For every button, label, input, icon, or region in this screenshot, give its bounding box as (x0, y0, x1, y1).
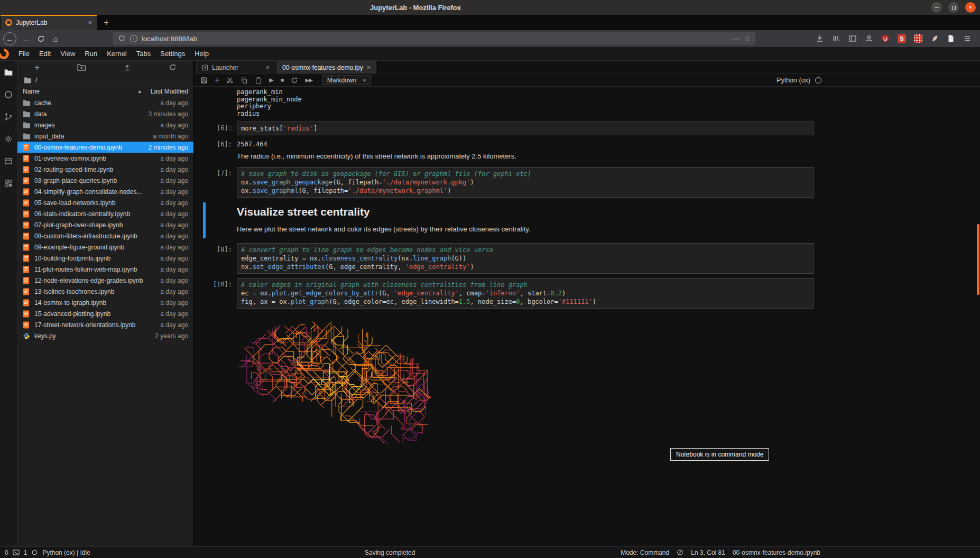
code-cell-editor[interactable]: # save graph to disk as geopackage (for … (237, 167, 813, 198)
file-row[interactable]: 14-osmnx-to-igraph.ipynba day ago (17, 297, 193, 308)
new-tab-button[interactable]: + (97, 15, 116, 30)
tab-close-icon[interactable]: × (367, 63, 371, 71)
file-row[interactable]: 17-street-network-orientations.ipynba da… (17, 319, 193, 330)
file-row[interactable]: 10-building-footprints.ipynba day ago (17, 253, 193, 264)
file-row[interactable]: keys.py2 years ago (17, 330, 193, 341)
git-tab[interactable] (2, 110, 15, 123)
site-info-icon[interactable]: i (130, 35, 137, 42)
tab-close-icon[interactable]: × (88, 18, 92, 26)
insert-cell-button[interactable]: + (215, 76, 219, 85)
tab-close-icon[interactable]: × (265, 63, 270, 71)
kernel-indicator[interactable]: Python (ox) (776, 74, 821, 86)
file-row[interactable]: data3 minutes ago (17, 108, 193, 119)
file-row[interactable]: 09-example-figure-ground.ipynba day ago (17, 241, 193, 253)
minimize-button[interactable]: – (931, 2, 942, 13)
bookmark-star-icon[interactable]: ☆ (744, 34, 751, 43)
file-row[interactable]: 00-osmnx-features-demo.ipynb2 minutes ag… (17, 142, 193, 153)
file-row[interactable]: 03-graph-place-queries.ipynba day ago (17, 175, 193, 186)
notebook-icon (23, 321, 31, 329)
code-cell-editor[interactable]: more_stats['radius'] (237, 122, 813, 135)
sidebars-icon[interactable] (848, 34, 857, 43)
restart-run-all-button[interactable]: ▶▶ (305, 78, 312, 83)
file-row[interactable]: 12-node-elevations-edge-grades.ipynba da… (17, 275, 193, 286)
menu-settings[interactable]: Settings (155, 47, 190, 60)
feather-extension-icon[interactable] (930, 34, 939, 43)
extensions-tab[interactable] (2, 177, 15, 190)
stop-button[interactable]: ■ (281, 77, 284, 83)
scrollbar-thumb[interactable] (977, 224, 979, 295)
menu-file[interactable]: File (14, 47, 34, 60)
restart-kernel-button[interactable] (291, 77, 298, 84)
ublock-icon[interactable] (881, 34, 890, 43)
menu-view[interactable]: View (56, 47, 80, 60)
cell-type-dropdown[interactable]: Markdown ▾ (322, 75, 371, 85)
file-row[interactable]: 07-plot-graph-over-shape.ipynba day ago (17, 219, 193, 230)
forward-button[interactable]: → (19, 32, 33, 45)
menu-edit[interactable]: Edit (34, 47, 56, 60)
new-folder-button[interactable] (77, 63, 86, 71)
menu-help[interactable]: Help (190, 47, 214, 60)
script-blocker-icon[interactable]: S (898, 34, 906, 43)
url-bar[interactable]: i localhost:8888/lab ⋯ ☆ (113, 32, 755, 45)
cursor-position[interactable]: Ln 3, Col 81 (691, 549, 725, 556)
home-button[interactable]: ⌂ (48, 32, 63, 45)
sort-by-modified-header[interactable]: Last Modified (151, 88, 188, 95)
sort-by-name-header[interactable]: Name ▲ (23, 88, 151, 95)
current-file-name[interactable]: 00-osmnx-features-demo.ipynb (733, 549, 820, 556)
code-cell-editor[interactable]: # convert graph to line graph so edges b… (237, 243, 813, 274)
run-button[interactable]: ▶ (269, 77, 273, 83)
file-row[interactable]: 11-plot-routes-folium-web-map.ipynba day… (17, 264, 193, 275)
dock-tab[interactable]: Launcher× (196, 61, 275, 73)
file-row[interactable]: 05-save-load-networks.ipynba day ago (17, 197, 193, 208)
file-row[interactable]: 13-isolines-isochrones.ipynba day ago (17, 286, 193, 297)
browser-tab[interactable]: JupyterLab × (1, 15, 97, 30)
paste-cells-button[interactable] (255, 77, 262, 84)
code-line: edge_centrality = nx.closeness_centralit… (241, 254, 809, 263)
running-sessions-status[interactable]: 0 1 Python (ox) | Idle (0, 549, 90, 556)
cell-body[interactable]: The radius (i.e., minimum eccentricity) … (237, 152, 813, 161)
file-row[interactable]: input_dataa month ago (17, 131, 193, 142)
save-button[interactable] (200, 77, 208, 84)
file-row[interactable]: 02-routing-speed-time.ipynba day ago (17, 164, 193, 175)
copy-cells-button[interactable] (241, 77, 248, 84)
code-cell-editor[interactable]: # color edges in original graph with clo… (237, 278, 813, 309)
notes-extension-icon[interactable] (947, 34, 955, 43)
cut-cells-button[interactable] (226, 77, 234, 84)
breadcrumb[interactable]: / (17, 74, 193, 86)
refresh-button[interactable] (169, 63, 177, 71)
status-right-group: Mode: Command Ln 3, Col 81 00-osmnx-feat… (621, 549, 820, 556)
menu-run[interactable]: Run (80, 47, 102, 60)
menu-kernel[interactable]: Kernel (102, 47, 132, 60)
dock-tab[interactable]: 00-osmnx-features-demo.ipy× (276, 61, 376, 73)
file-row[interactable]: 08-custom-filters-infrastructure.ipynba … (17, 230, 193, 241)
file-row[interactable]: imagesa day ago (17, 119, 193, 131)
file-row[interactable]: 04-simplify-graph-consolidate-nodes...a … (17, 186, 193, 197)
file-row[interactable]: cachea day ago (17, 97, 193, 108)
kernel-status-text[interactable]: Python (ox) | Idle (42, 549, 90, 556)
new-launcher-button[interactable]: + (34, 63, 40, 72)
file-row[interactable]: 15-advanced-plotting.ipynba day ago (17, 308, 193, 319)
menu-icon[interactable] (963, 34, 972, 43)
file-row[interactable]: 06-stats-indicators-centrality.ipynba da… (17, 208, 193, 219)
menu-tabs[interactable]: Tabs (132, 47, 155, 60)
commands-tab[interactable] (2, 133, 15, 145)
library-icon[interactable] (832, 34, 840, 43)
bell-off-icon[interactable] (677, 549, 683, 556)
page-actions-icon[interactable]: ⋯ (732, 34, 739, 43)
maximize-button[interactable] (948, 2, 959, 13)
file-row[interactable]: 01-overview-osmnx.ipynba day ago (17, 153, 193, 164)
upload-button[interactable] (123, 63, 131, 71)
cell-body[interactable]: Visualize street centralityHere we plot … (237, 205, 813, 234)
account-icon[interactable] (865, 34, 873, 43)
file-browser-tab[interactable] (2, 66, 15, 79)
code-cell: [6]:more_stats['radius'] (194, 122, 980, 135)
command-mode-indicator[interactable]: Mode: Command (621, 549, 669, 556)
back-button[interactable]: ← (3, 32, 16, 45)
open-tabs-tab[interactable] (2, 155, 15, 168)
grid-extension-icon[interactable] (914, 34, 922, 43)
status-bar: 0 1 Python (ox) | Idle Saving completed … (0, 546, 980, 558)
running-sessions-tab[interactable] (2, 88, 15, 101)
close-button[interactable]: × (965, 2, 976, 13)
reload-button[interactable] (33, 32, 48, 45)
download-icon[interactable] (816, 34, 824, 43)
